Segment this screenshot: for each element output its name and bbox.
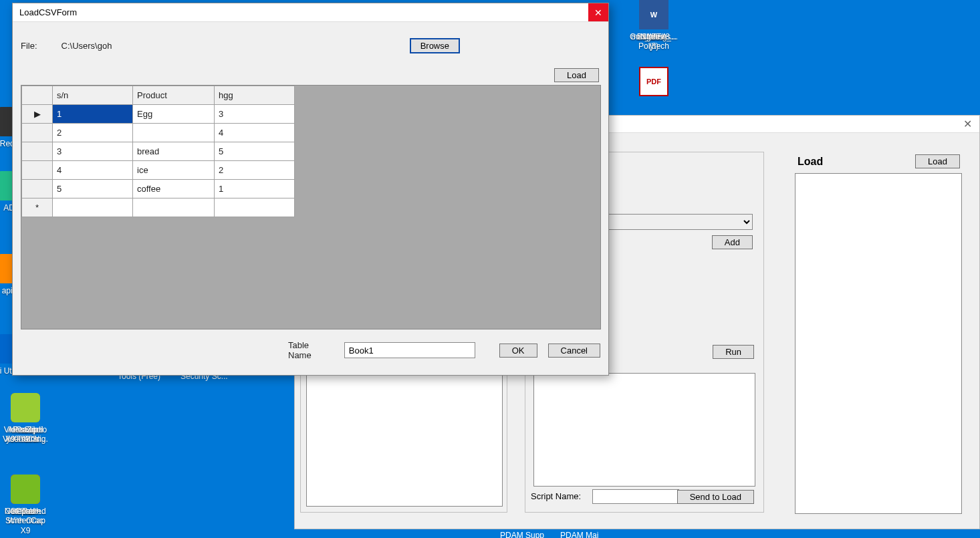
bg-dropdown[interactable]	[606, 214, 753, 230]
cell[interactable]	[133, 198, 215, 217]
data-grid[interactable]: s/n Product hgg ▶ 1 Egg 3 2 4	[21, 85, 601, 329]
cell[interactable]: 4	[215, 124, 295, 142]
table-row[interactable]: 5 coffee 1	[22, 180, 295, 198]
file-label: File:	[21, 41, 37, 51]
load-heading: Load	[798, 156, 823, 168]
ok-button[interactable]: OK	[499, 344, 537, 358]
table-row[interactable]: ▶ 1 Egg 3	[22, 105, 295, 124]
cell[interactable]: 2	[215, 161, 295, 180]
table-row-new[interactable]: *	[22, 198, 295, 217]
desktop-icon[interactable]: PDF	[628, 67, 679, 99]
cell[interactable]: 2	[53, 124, 133, 142]
file-path: C:\Users\goh	[62, 41, 112, 51]
desktop-icon[interactable]: Notepad+...	[0, 475, 51, 516]
cell[interactable]	[53, 198, 133, 217]
close-icon[interactable]: ✕	[958, 118, 977, 130]
column-header[interactable]: Product	[133, 86, 215, 105]
window-title: LoadCSVForm	[19, 7, 77, 17]
window-titlebar[interactable]: LoadCSVForm ✕	[13, 3, 608, 22]
cell[interactable]: 1	[53, 105, 133, 124]
cell[interactable]	[133, 124, 215, 142]
table-row[interactable]: 2 4	[22, 124, 295, 142]
cell[interactable]: 3	[215, 105, 295, 124]
add-button[interactable]: Add	[712, 235, 753, 249]
script-name-input[interactable]	[592, 489, 679, 504]
cell[interactable]: coffee	[133, 180, 215, 198]
loadcsvform-window: LoadCSVForm ✕ File: C:\Users\goh Browse …	[12, 3, 609, 376]
table-row[interactable]: 3 bread 5	[22, 142, 295, 161]
column-header[interactable]: hgg	[215, 86, 295, 105]
new-row-marker: *	[22, 198, 53, 217]
cell[interactable]: 1	[215, 180, 295, 198]
script-name-label: Script Name:	[531, 491, 581, 501]
cell[interactable]: ice	[133, 161, 215, 180]
close-button[interactable]: ✕	[588, 3, 608, 21]
desktop-label: PDAM Mai	[560, 531, 598, 538]
cell[interactable]: Egg	[133, 105, 215, 124]
browse-button[interactable]: Browse	[410, 38, 460, 53]
table-name-input[interactable]	[344, 342, 475, 358]
cell[interactable]: 5	[215, 142, 295, 161]
send-to-load-button[interactable]: Send to Load	[677, 490, 754, 504]
run-button[interactable]: Run	[713, 345, 754, 359]
desktop-label: PDAM Supp	[500, 531, 544, 538]
cell[interactable]: 5	[53, 180, 133, 198]
bg-right-listbox[interactable]	[795, 173, 962, 514]
table-name-label: Table Name	[288, 340, 334, 360]
cell[interactable]	[215, 198, 295, 217]
cell[interactable]: bread	[133, 142, 215, 161]
load-button[interactable]: Load	[554, 68, 599, 82]
cancel-button[interactable]: Cancel	[548, 344, 600, 358]
table-row[interactable]: 4 ice 2	[22, 161, 295, 180]
bg-mid-textarea[interactable]	[533, 373, 755, 487]
desktop-icon[interactable]: PeaZip	[0, 393, 51, 434]
current-row-marker: ▶	[22, 105, 53, 124]
cell[interactable]: 4	[53, 161, 133, 180]
cell[interactable]: 3	[53, 142, 133, 161]
column-header[interactable]: s/n	[53, 86, 133, 105]
desktop-icon[interactable]: WNgee A Polytech	[628, 0, 679, 51]
row-header-blank[interactable]	[22, 86, 53, 105]
bg-load-button[interactable]: Load	[915, 154, 960, 168]
